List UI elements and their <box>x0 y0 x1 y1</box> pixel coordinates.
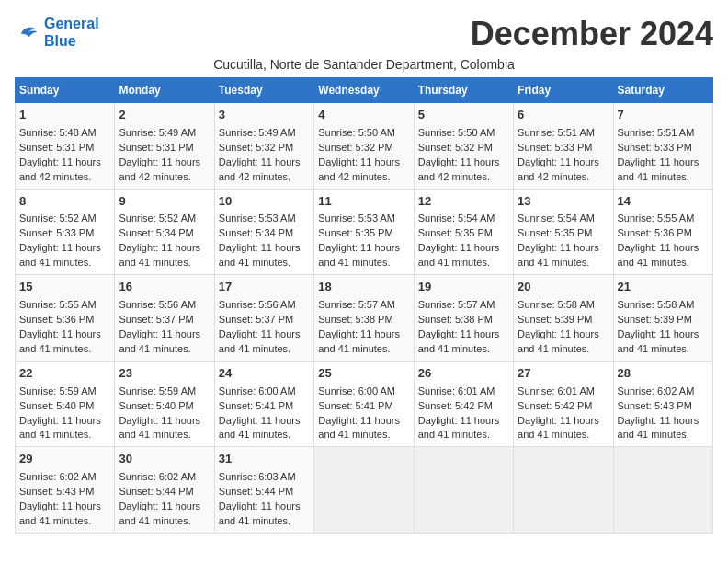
daylight-text: Daylight: 11 hours and 41 minutes. <box>518 415 599 441</box>
sunset-text: Sunset: 5:39 PM <box>518 314 592 325</box>
daylight-text: Daylight: 11 hours and 41 minutes. <box>418 242 500 268</box>
sunset-text: Sunset: 5:39 PM <box>618 314 692 325</box>
calendar-body: 1Sunrise: 5:48 AMSunset: 5:31 PMDaylight… <box>16 103 713 534</box>
sunrise-text: Sunrise: 6:02 AM <box>119 471 196 482</box>
sunrise-text: Sunrise: 6:02 AM <box>618 385 695 396</box>
day-number: 24 <box>219 365 310 383</box>
sunrise-text: Sunrise: 5:52 AM <box>119 213 196 224</box>
daylight-text: Daylight: 11 hours and 41 minutes. <box>19 500 101 526</box>
sunset-text: Sunset: 5:37 PM <box>119 314 193 325</box>
logo-icon <box>15 19 40 45</box>
calendar-cell: 16Sunrise: 5:56 AMSunset: 5:37 PMDayligh… <box>115 275 214 362</box>
day-number: 31 <box>219 451 310 468</box>
day-number: 14 <box>618 193 709 211</box>
day-number: 12 <box>418 193 509 211</box>
sunrise-text: Sunrise: 5:53 AM <box>318 213 395 224</box>
location-title: Cucutilla, Norte de Santander Department… <box>15 57 713 72</box>
day-number: 3 <box>219 107 310 124</box>
daylight-text: Daylight: 11 hours and 41 minutes. <box>219 500 301 526</box>
sunrise-text: Sunrise: 5:56 AM <box>119 299 196 310</box>
sunrise-text: Sunrise: 5:56 AM <box>219 299 296 310</box>
calendar-week-row: 8Sunrise: 5:52 AMSunset: 5:33 PMDaylight… <box>16 189 713 275</box>
day-number: 27 <box>518 365 609 383</box>
calendar-week-row: 29Sunrise: 6:02 AMSunset: 5:43 PMDayligh… <box>16 447 713 534</box>
sunset-text: Sunset: 5:42 PM <box>518 400 592 411</box>
sunset-text: Sunset: 5:43 PM <box>19 486 94 497</box>
daylight-text: Daylight: 11 hours and 41 minutes. <box>219 242 301 268</box>
daylight-text: Daylight: 11 hours and 41 minutes. <box>119 415 200 441</box>
daylight-text: Daylight: 11 hours and 41 minutes. <box>19 328 101 354</box>
sunrise-text: Sunrise: 6:01 AM <box>418 385 495 396</box>
calendar-cell: 12Sunrise: 5:54 AMSunset: 5:35 PMDayligh… <box>414 189 513 275</box>
logo-text: General Blue <box>44 15 99 50</box>
calendar-cell: 22Sunrise: 5:59 AMSunset: 5:40 PMDayligh… <box>16 361 115 447</box>
page-header: General Blue December 2024 <box>15 15 713 53</box>
calendar-cell <box>613 447 712 534</box>
sunrise-text: Sunrise: 5:52 AM <box>19 213 97 224</box>
sunrise-text: Sunrise: 5:59 AM <box>19 385 97 396</box>
sunset-text: Sunset: 5:37 PM <box>219 314 293 325</box>
calendar-cell: 2Sunrise: 5:49 AMSunset: 5:31 PMDaylight… <box>115 103 214 190</box>
calendar-table: SundayMondayTuesdayWednesdayThursdayFrid… <box>15 77 713 534</box>
calendar-cell: 21Sunrise: 5:58 AMSunset: 5:39 PMDayligh… <box>613 275 712 362</box>
logo-line2: Blue <box>44 33 76 49</box>
sunrise-text: Sunrise: 5:55 AM <box>19 299 97 310</box>
daylight-text: Daylight: 11 hours and 41 minutes. <box>318 242 400 268</box>
calendar-header: SundayMondayTuesdayWednesdayThursdayFrid… <box>16 78 713 103</box>
weekday-header: Saturday <box>613 78 712 103</box>
day-number: 25 <box>318 365 409 383</box>
calendar-cell: 1Sunrise: 5:48 AMSunset: 5:31 PMDaylight… <box>16 103 115 190</box>
calendar-cell <box>414 447 513 534</box>
sunrise-text: Sunrise: 5:57 AM <box>418 299 495 310</box>
daylight-text: Daylight: 11 hours and 41 minutes. <box>618 242 700 268</box>
calendar-week-row: 15Sunrise: 5:55 AMSunset: 5:36 PMDayligh… <box>16 275 713 362</box>
daylight-text: Daylight: 11 hours and 41 minutes. <box>518 328 599 354</box>
sunset-text: Sunset: 5:38 PM <box>418 314 493 325</box>
weekday-header: Tuesday <box>214 78 313 103</box>
sunset-text: Sunset: 5:43 PM <box>618 400 692 411</box>
sunset-text: Sunset: 5:38 PM <box>318 314 392 325</box>
day-number: 19 <box>418 279 509 296</box>
daylight-text: Daylight: 11 hours and 41 minutes. <box>119 328 200 354</box>
sunrise-text: Sunrise: 5:55 AM <box>618 213 695 224</box>
sunrise-text: Sunrise: 5:58 AM <box>618 299 695 310</box>
sunset-text: Sunset: 5:36 PM <box>19 314 94 325</box>
sunset-text: Sunset: 5:41 PM <box>219 400 293 411</box>
sunset-text: Sunset: 5:33 PM <box>618 142 692 153</box>
daylight-text: Daylight: 11 hours and 41 minutes. <box>19 415 101 441</box>
sunset-text: Sunset: 5:40 PM <box>19 400 94 411</box>
calendar-cell <box>514 447 613 534</box>
calendar-cell: 7Sunrise: 5:51 AMSunset: 5:33 PMDaylight… <box>613 103 712 190</box>
sunrise-text: Sunrise: 5:58 AM <box>518 299 595 310</box>
sunrise-text: Sunrise: 5:54 AM <box>518 213 595 224</box>
day-number: 20 <box>518 279 609 296</box>
daylight-text: Daylight: 11 hours and 41 minutes. <box>318 328 400 354</box>
day-number: 17 <box>219 279 310 296</box>
calendar-cell: 30Sunrise: 6:02 AMSunset: 5:44 PMDayligh… <box>115 447 214 534</box>
sunrise-text: Sunrise: 6:00 AM <box>219 385 296 396</box>
sunset-text: Sunset: 5:44 PM <box>219 486 293 497</box>
calendar-cell: 6Sunrise: 5:51 AMSunset: 5:33 PMDaylight… <box>514 103 613 190</box>
day-number: 23 <box>119 365 210 383</box>
calendar-cell <box>314 447 414 534</box>
day-number: 15 <box>19 279 110 296</box>
calendar-cell: 25Sunrise: 6:00 AMSunset: 5:41 PMDayligh… <box>314 361 414 447</box>
sunrise-text: Sunrise: 5:54 AM <box>418 213 495 224</box>
day-number: 22 <box>19 365 110 383</box>
day-number: 28 <box>618 365 709 383</box>
sunrise-text: Sunrise: 5:51 AM <box>618 127 695 138</box>
daylight-text: Daylight: 11 hours and 41 minutes. <box>219 415 301 441</box>
daylight-text: Daylight: 11 hours and 42 minutes. <box>318 156 400 182</box>
sunset-text: Sunset: 5:44 PM <box>119 486 193 497</box>
day-number: 10 <box>219 193 310 211</box>
logo: General Blue <box>15 15 99 50</box>
day-number: 30 <box>119 451 210 468</box>
sunset-text: Sunset: 5:31 PM <box>19 142 94 153</box>
calendar-cell: 17Sunrise: 5:56 AMSunset: 5:37 PMDayligh… <box>214 275 313 362</box>
sunset-text: Sunset: 5:41 PM <box>318 400 392 411</box>
calendar-cell: 24Sunrise: 6:00 AMSunset: 5:41 PMDayligh… <box>214 361 313 447</box>
weekday-header: Sunday <box>16 78 115 103</box>
day-number: 4 <box>318 107 409 124</box>
sunset-text: Sunset: 5:34 PM <box>119 227 193 238</box>
calendar-cell: 19Sunrise: 5:57 AMSunset: 5:38 PMDayligh… <box>414 275 513 362</box>
